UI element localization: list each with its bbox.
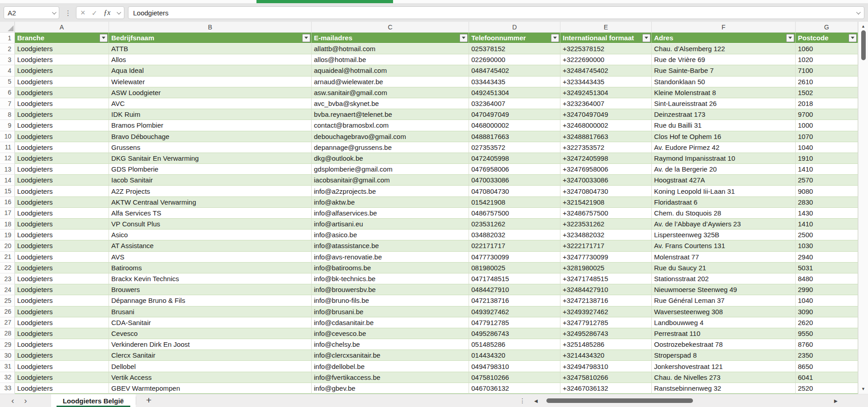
cell[interactable]: +3215421908	[560, 197, 652, 208]
cell[interactable]: 1910	[796, 153, 858, 164]
cell[interactable]: Loodgieters	[15, 208, 109, 219]
row-number[interactable]: 26	[0, 306, 15, 317]
cell[interactable]: Clercx Sanitair	[109, 350, 312, 361]
cell[interactable]: Loodgieters	[15, 87, 109, 98]
cell[interactable]: 022171717	[469, 240, 560, 251]
cell[interactable]: Landbouwweg 4	[652, 317, 796, 328]
cell[interactable]: info@bruno-fils.be	[312, 295, 469, 306]
cell[interactable]: +3222171717	[560, 240, 652, 251]
filter-button[interactable]	[551, 34, 559, 42]
cell[interactable]: 2940	[796, 252, 858, 263]
cell[interactable]: Stroperspad 8	[652, 350, 796, 361]
vertical-scrollbar[interactable]: ▲ ▼	[858, 22, 868, 394]
cell[interactable]: 1030	[796, 240, 858, 251]
cell[interactable]: +3251485286	[560, 339, 652, 350]
cell[interactable]: 2018	[796, 98, 858, 109]
cell[interactable]: 051485286	[469, 339, 560, 350]
cell[interactable]: Av. Eudore Pirmez 42	[652, 142, 796, 153]
cell[interactable]: Loodgieters	[15, 306, 109, 317]
cell[interactable]: Hoogstraat 427A	[652, 175, 796, 186]
cell[interactable]: 1410	[796, 164, 858, 175]
cell[interactable]: Aqua Ideal	[109, 65, 312, 76]
cell[interactable]: +32471748515	[560, 273, 652, 284]
cell[interactable]: AKTW Centraal Verwarming	[109, 197, 312, 208]
cell[interactable]: debouchagebravo@gmail.com	[312, 131, 469, 142]
select-all-corner[interactable]	[0, 22, 15, 32]
cell[interactable]: +3225378152	[560, 43, 652, 54]
cell[interactable]: Sint-Laureisstraat 26	[652, 98, 796, 109]
cell[interactable]: 081980025	[469, 263, 560, 273]
row-number[interactable]: 3	[0, 54, 15, 65]
cell[interactable]: dkg@outlook.be	[312, 153, 469, 164]
cell[interactable]: Perrestraat 110	[652, 328, 796, 339]
add-sheet-button[interactable]: +	[136, 394, 161, 407]
table-header-cell[interactable]: Postcode	[796, 33, 858, 43]
cell[interactable]: Loodgieters	[15, 339, 109, 350]
cell[interactable]: 0467036132	[469, 383, 560, 394]
row-number[interactable]: 28	[0, 328, 15, 339]
cell[interactable]: 8650	[796, 361, 858, 372]
table-header-cell[interactable]: Branche	[15, 33, 109, 43]
insert-function-icon[interactable]: ƒx	[104, 9, 110, 17]
cell[interactable]: Loodgieters	[15, 230, 109, 240]
cell[interactable]: +32494798310	[560, 361, 652, 372]
cell[interactable]: 027353572	[469, 142, 560, 153]
cell[interactable]: 2570	[796, 175, 858, 186]
row-number[interactable]: 6	[0, 87, 15, 98]
cell[interactable]: Loodgieters	[15, 317, 109, 328]
cell[interactable]: Brusani	[109, 306, 312, 317]
cell[interactable]: Koning Leopold Iii-Laan 31	[652, 186, 796, 196]
cell[interactable]: Loodgieters	[15, 361, 109, 372]
cell[interactable]: +3214434320	[560, 350, 652, 361]
cell[interactable]: +32488817663	[560, 131, 652, 142]
cell[interactable]: Loodgieters	[15, 273, 109, 284]
row-number[interactable]: 1	[0, 33, 15, 43]
row-number[interactable]: 19	[0, 230, 15, 240]
cell[interactable]: Oostrozebekestraat 78	[652, 339, 796, 350]
cell[interactable]: AVC	[109, 98, 312, 109]
cell[interactable]: Dépannage Bruno & Fils	[109, 295, 312, 306]
cell[interactable]: Loodgieters	[15, 219, 109, 230]
row-number[interactable]: 8	[0, 109, 15, 120]
cell[interactable]: +32470804730	[560, 186, 652, 196]
filter-button[interactable]	[302, 34, 310, 42]
cell[interactable]: Loodgieters	[15, 372, 109, 383]
cell[interactable]: Av. de l’Abbaye d’Aywiers 23	[652, 219, 796, 230]
cell[interactable]: ATTB	[109, 43, 312, 54]
cell[interactable]: Loodgieters	[15, 186, 109, 196]
cell[interactable]: 0470033086	[469, 175, 560, 186]
cell[interactable]: 014434320	[469, 350, 560, 361]
scroll-right-icon[interactable]: ▶	[834, 394, 838, 407]
row-number[interactable]: 17	[0, 208, 15, 219]
cell[interactable]: Chem. du Stoquois 28	[652, 208, 796, 219]
row-number[interactable]: 29	[0, 339, 15, 350]
cell[interactable]: info@bk-technics.be	[312, 273, 469, 284]
cell[interactable]: Loodgieters	[15, 43, 109, 54]
column-header-f[interactable]: F	[652, 22, 796, 32]
cell[interactable]: 1040	[796, 295, 858, 306]
row-number[interactable]: 22	[0, 263, 15, 273]
cell[interactable]: info@chelsy.be	[312, 339, 469, 350]
cell[interactable]: +32472138716	[560, 295, 652, 306]
cell[interactable]: Rue du Saucy 21	[652, 263, 796, 273]
row-number[interactable]: 5	[0, 77, 15, 87]
cell[interactable]: Asico	[109, 230, 312, 240]
filter-button[interactable]	[849, 34, 857, 42]
cell[interactable]: 0472138716	[469, 295, 560, 306]
cell[interactable]: 9700	[796, 109, 858, 120]
cell[interactable]: +32468000002	[560, 120, 652, 131]
chevron-down-icon[interactable]	[52, 10, 57, 14]
cell[interactable]: Batirooms	[109, 263, 312, 273]
cell[interactable]: contact@bramosbxl.com	[312, 120, 469, 131]
cell[interactable]: depannage@grussens.be	[312, 142, 469, 153]
horizontal-scrollbar-thumb[interactable]	[546, 398, 693, 403]
cell[interactable]: 9550	[796, 328, 858, 339]
cell[interactable]: +32495286743	[560, 328, 652, 339]
table-header-cell[interactable]: Telefoonnummer	[469, 33, 560, 43]
vertical-scrollbar-thumb[interactable]	[861, 30, 866, 60]
cell[interactable]: Wielewater	[109, 77, 312, 87]
cell[interactable]: 8760	[796, 339, 858, 350]
row-number[interactable]: 14	[0, 175, 15, 186]
column-header-a[interactable]: A	[15, 22, 109, 32]
cell[interactable]: +3232364007	[560, 98, 652, 109]
